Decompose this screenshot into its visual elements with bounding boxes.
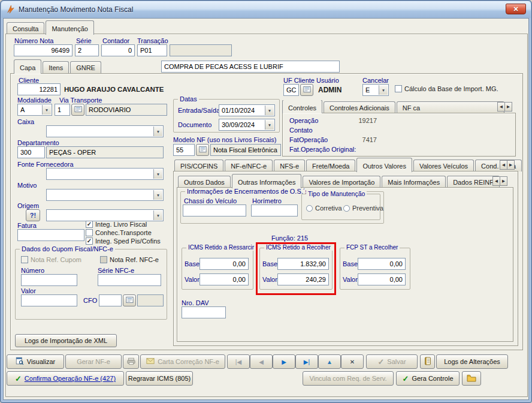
operacao-value: 19217 — [331, 117, 377, 124]
logs-importacao-xml-button[interactable]: Logs de Importação de XML — [15, 334, 117, 347]
abrir-pasta-button[interactable] — [462, 371, 481, 386]
scroll-right-icon[interactable]: ▶ — [507, 160, 515, 170]
entrada-saida-date[interactable]: 01/10/2024▼ — [219, 104, 275, 116]
nro-dav-field[interactable] — [182, 306, 226, 318]
horimetro-field[interactable] — [251, 204, 298, 216]
cliente-codigo-field[interactable]: 12281 — [17, 83, 61, 95]
cfo-field[interactable] — [99, 294, 122, 306]
chevron-down-icon[interactable]: ▼ — [153, 190, 162, 200]
tab-nfse[interactable]: NFS-e — [274, 160, 305, 172]
logs-alteracoes-button[interactable]: Logs de Alterações — [436, 354, 508, 369]
confirma-operacao-button[interactable]: ✓Confirma Operação NF-e (427) — [7, 371, 124, 386]
cupom-valor-field[interactable] — [21, 294, 77, 306]
modelo-nf-codigo-field[interactable]: 55 — [173, 144, 195, 156]
tab-mais-informacoes[interactable]: Mais Informações — [382, 176, 446, 188]
tab-dados-reinf[interactable]: Dados REINF — [447, 176, 500, 188]
visualizar-button[interactable]: Visualizar — [7, 354, 64, 369]
checkbox-calc-base-mg[interactable]: Cálculo da Base de Import. MG. — [395, 85, 498, 92]
nav-next-button[interactable]: ▶ — [273, 354, 295, 369]
tab-outros-valores[interactable]: Outros Valores — [356, 158, 412, 172]
tab-pis-cofins[interactable]: PIS/COFINS — [174, 160, 223, 172]
regravar-icms-button[interactable]: Regravar ICMS (805) — [126, 371, 193, 386]
descricao-field[interactable]: COMPRA DE PECAS ACESS E LUBRIF — [161, 61, 340, 73]
nav-last-button[interactable]: ▶| — [295, 354, 318, 369]
transacao-field[interactable]: P01 — [137, 44, 167, 56]
origem-select[interactable]: ▼ — [46, 209, 164, 221]
fatura-field[interactable] — [17, 229, 84, 241]
tab-capa[interactable]: Capa — [14, 59, 41, 74]
chevron-down-icon[interactable]: ▼ — [153, 210, 162, 220]
cfo-lookup-button[interactable] — [123, 294, 136, 306]
lookup-icon — [199, 146, 207, 154]
origem-lookup-button[interactable]: ?! — [26, 209, 40, 221]
tab-nfe-nfce[interactable]: NF-e/NFC-e — [225, 160, 273, 172]
tab-frete-moeda[interactable]: Frete/Moeda — [306, 160, 355, 172]
cancelar-select[interactable]: E▼ — [362, 84, 389, 96]
title-bar[interactable]: Manutenção Movimento Nota Fiscal — [1, 1, 531, 18]
controles-tab-scroller: ◀▶ — [498, 102, 512, 112]
icms-ressarcir-valor-label: Valor — [185, 276, 200, 283]
caixa-select[interactable]: ▼ — [46, 125, 164, 137]
departamento-codigo-field[interactable]: 300 — [17, 146, 45, 158]
tab-itens[interactable]: Itens — [43, 61, 69, 73]
chevron-down-icon[interactable]: ▼ — [265, 120, 274, 130]
radio-preventiva[interactable]: Preventiva — [343, 204, 383, 212]
chevron-down-icon[interactable]: ▼ — [153, 169, 162, 179]
tab-manutencao[interactable]: Manutenção — [46, 20, 94, 35]
icms-ressarcir-valor-field[interactable]: 0,00 — [200, 273, 249, 285]
chevron-down-icon[interactable]: ▼ — [153, 127, 162, 136]
fcp-st-valor-field[interactable]: 0,00 — [358, 273, 406, 285]
nav-cancel-button[interactable]: ✕ — [341, 354, 364, 369]
checkbox-nota-ref-nfce[interactable]: Nota Ref. NFC-e — [100, 256, 159, 263]
modalidade-label: Modalidade — [17, 97, 52, 104]
app-icon — [6, 5, 15, 15]
chevron-down-icon[interactable]: ▼ — [379, 85, 388, 95]
uf-lookup-button[interactable] — [300, 84, 313, 96]
uf-field[interactable]: GC — [283, 84, 299, 96]
tab-outras-informacoes[interactable]: Outras Informações — [232, 174, 302, 188]
documento-date[interactable]: 30/09/2024▼ — [219, 119, 275, 131]
fonte-fornecedora-select[interactable]: ▼ — [46, 168, 164, 180]
nav-last-icon: ▶| — [304, 359, 310, 365]
serie-field[interactable]: 2 — [75, 44, 99, 56]
scroll-right-icon[interactable]: ▶ — [504, 102, 512, 112]
tab-valores-importacao[interactable]: Valores de Importação — [303, 176, 380, 188]
icms-recolher-valor-field[interactable]: 240,29 — [277, 273, 329, 285]
tab-controles-adicionais[interactable]: Controles Adicionais — [324, 101, 395, 113]
nav-up-button[interactable]: ▲ — [318, 354, 341, 369]
nav-next-icon: ▶ — [282, 359, 286, 365]
tab-controles[interactable]: Controles — [282, 100, 322, 113]
serie-label: Série — [76, 37, 92, 44]
contador-field[interactable]: 0 — [101, 44, 135, 56]
chevron-down-icon[interactable]: ▼ — [42, 105, 51, 115]
cupom-numero-field[interactable] — [21, 274, 77, 286]
serie-nfce-field[interactable] — [98, 274, 161, 286]
via-transporte-lookup-button[interactable] — [71, 104, 84, 116]
gera-controle-button[interactable]: ✓Gera Controle — [396, 371, 460, 386]
log-book-button[interactable] — [420, 354, 435, 369]
icms-ressarcir-base-field[interactable]: 0,00 — [200, 258, 249, 270]
checkbox-integ-livro-fiscal[interactable]: ✓Integ. Livro Fiscal — [86, 221, 147, 228]
scroll-right-icon[interactable]: ▶ — [500, 176, 507, 186]
icms-recolher-base-field[interactable]: 1.832,90 — [277, 258, 329, 270]
radio-corretiva[interactable]: Corretiva — [306, 204, 342, 212]
tab-consulta[interactable]: Consulta — [7, 22, 44, 34]
close-button[interactable]: ✕ — [506, 4, 526, 14]
fcp-st-base-field[interactable]: 0,00 — [358, 258, 406, 270]
motivo-select[interactable]: ▼ — [46, 189, 164, 201]
checkbox-conhec-transporte[interactable]: Conhec.Transporte — [86, 229, 152, 236]
tab-gnre[interactable]: GNRE — [70, 61, 101, 73]
tab-outros-dados[interactable]: Outros Dados — [178, 176, 231, 188]
tab-valores-veiculos[interactable]: Valores Veículos — [413, 160, 474, 172]
tab-nf-ca[interactable]: NF ca — [397, 101, 504, 113]
chassi-field[interactable] — [183, 204, 246, 216]
modelo-nf-lookup-button[interactable] — [196, 144, 209, 156]
operacao-label: Operação — [289, 117, 318, 124]
checkbox-integ-sped[interactable]: ✓Integ. Sped Pis/Cofins — [86, 237, 161, 245]
numero-nota-field[interactable]: 96499 — [14, 44, 72, 56]
tab-cond-paga[interactable]: Cond. Paga — [475, 160, 522, 172]
chevron-down-icon[interactable]: ▼ — [265, 106, 274, 115]
modalidade-select[interactable]: A▼ — [17, 104, 52, 116]
close-icon: ✕ — [513, 5, 518, 13]
via-transporte-codigo-field[interactable]: 1 — [55, 104, 70, 116]
